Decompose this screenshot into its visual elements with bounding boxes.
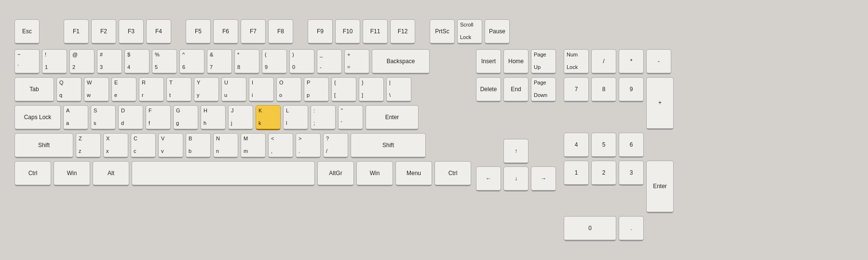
key-9[interactable]: ( 9 xyxy=(262,49,287,74)
key-f4[interactable]: F4 xyxy=(146,19,171,44)
key-num-plus[interactable]: + xyxy=(646,77,674,130)
key-f10[interactable]: F10 xyxy=(335,19,360,44)
key-f7[interactable]: F7 xyxy=(241,19,266,44)
key-i[interactable]: I i xyxy=(249,77,274,102)
key-quote[interactable]: " ' xyxy=(338,105,363,130)
key-f11[interactable]: F11 xyxy=(363,19,388,44)
key-menu[interactable]: Menu xyxy=(395,161,432,186)
key-pagedown[interactable]: Page Down xyxy=(531,77,556,102)
key-num-dot[interactable]: . xyxy=(619,216,644,241)
key-x[interactable]: X x xyxy=(103,133,128,158)
key-win-left[interactable]: Win xyxy=(54,161,90,186)
key-d[interactable]: D d xyxy=(118,105,143,130)
key-num-asterisk[interactable]: * xyxy=(619,49,644,74)
key-num-4[interactable]: 4 xyxy=(564,133,589,158)
key-insert[interactable]: Insert xyxy=(476,49,501,74)
key-backslash[interactable]: | \ xyxy=(386,77,411,102)
key-f8[interactable]: F8 xyxy=(268,19,293,44)
key-k[interactable]: K k xyxy=(256,105,281,130)
key-y[interactable]: Y y xyxy=(194,77,219,102)
key-ctrl-left[interactable]: Ctrl xyxy=(14,161,51,186)
key-home[interactable]: Home xyxy=(503,49,529,74)
key-s[interactable]: S s xyxy=(91,105,116,130)
key-backspace[interactable]: Backspace xyxy=(372,49,430,74)
key-b[interactable]: B b xyxy=(186,133,211,158)
key-space[interactable] xyxy=(132,161,315,186)
key-pageup[interactable]: Page Up xyxy=(531,49,556,74)
key-h[interactable]: H h xyxy=(201,105,226,130)
key-delete[interactable]: Delete xyxy=(476,77,501,102)
key-g[interactable]: G g xyxy=(173,105,198,130)
key-alt-left[interactable]: Alt xyxy=(93,161,129,186)
key-end[interactable]: End xyxy=(503,77,529,102)
key-f9[interactable]: F9 xyxy=(308,19,333,44)
key-n[interactable]: N n xyxy=(213,133,238,158)
key-u[interactable]: U u xyxy=(221,77,246,102)
key-0[interactable]: ) 0 xyxy=(289,49,314,74)
key-esc[interactable]: Esc xyxy=(14,19,40,44)
key-f[interactable]: F f xyxy=(146,105,171,130)
key-f12[interactable]: F12 xyxy=(390,19,415,44)
key-win-right[interactable]: Win xyxy=(356,161,393,186)
key-f3[interactable]: F3 xyxy=(119,19,144,44)
key-8[interactable]: * 8 xyxy=(234,49,259,74)
key-p[interactable]: P p xyxy=(304,77,329,102)
key-w[interactable]: W w xyxy=(84,77,109,102)
key-2[interactable]: @ 2 xyxy=(69,49,95,74)
key-6[interactable]: ^ 6 xyxy=(179,49,204,74)
key-num-1[interactable]: 1 xyxy=(564,161,589,186)
key-rbracket[interactable]: } ] xyxy=(359,77,384,102)
key-4[interactable]: $ 4 xyxy=(124,49,149,74)
key-f6[interactable]: F6 xyxy=(213,19,238,44)
key-numlock[interactable]: Num Lock xyxy=(564,49,589,74)
key-pause[interactable]: Pause xyxy=(485,19,510,44)
key-shift-right[interactable]: Shift xyxy=(351,133,426,158)
key-num-8[interactable]: 8 xyxy=(591,77,616,102)
key-left[interactable]: ← xyxy=(476,166,501,192)
key-j[interactable]: J j xyxy=(228,105,253,130)
key-f2[interactable]: F2 xyxy=(91,19,116,44)
key-z[interactable]: Z z xyxy=(76,133,101,158)
key-f5[interactable]: F5 xyxy=(186,19,211,44)
key-minus[interactable]: _ - xyxy=(317,49,342,74)
key-ctrl-right[interactable]: Ctrl xyxy=(434,161,471,186)
key-q[interactable]: Q q xyxy=(56,77,81,102)
key-num-6[interactable]: 6 xyxy=(619,133,644,158)
key-num-enter[interactable]: Enter xyxy=(646,161,674,213)
key-prtsc[interactable]: PrtSc xyxy=(430,19,455,44)
key-a[interactable]: A a xyxy=(63,105,88,130)
key-1[interactable]: ! 1 xyxy=(42,49,67,74)
key-r[interactable]: R r xyxy=(139,77,164,102)
key-num-5[interactable]: 5 xyxy=(591,133,616,158)
key-right[interactable]: → xyxy=(531,166,556,192)
key-tab[interactable]: Tab xyxy=(14,77,54,102)
key-lbracket[interactable]: { [ xyxy=(331,77,356,102)
key-f1[interactable]: F1 xyxy=(64,19,89,44)
key-o[interactable]: O o xyxy=(276,77,301,102)
key-c[interactable]: C c xyxy=(131,133,156,158)
key-num-3[interactable]: 3 xyxy=(619,161,644,186)
key-num-0[interactable]: 0 xyxy=(564,216,616,241)
key-shift-left[interactable]: Shift xyxy=(14,133,73,158)
key-enter[interactable]: Enter xyxy=(366,105,419,130)
key-num-9[interactable]: 9 xyxy=(619,77,644,102)
key-num-slash[interactable]: / xyxy=(591,49,616,74)
key-semicolon[interactable]: : ; xyxy=(311,105,336,130)
key-equal[interactable]: + = xyxy=(344,49,369,74)
key-comma[interactable]: < , xyxy=(268,133,293,158)
key-slash[interactable]: ? / xyxy=(323,133,348,158)
key-num-minus[interactable]: - xyxy=(646,49,671,74)
key-up[interactable]: ↑ xyxy=(503,139,529,164)
key-l[interactable]: L l xyxy=(283,105,308,130)
key-num-7[interactable]: 7 xyxy=(564,77,589,102)
key-7[interactable]: & 7 xyxy=(207,49,232,74)
key-e[interactable]: E e xyxy=(111,77,136,102)
key-period[interactable]: > . xyxy=(296,133,321,158)
key-3[interactable]: # 3 xyxy=(97,49,122,74)
key-tilde[interactable]: ~ ` xyxy=(14,49,40,74)
key-capslock[interactable]: Caps Lock xyxy=(14,105,61,130)
key-num-2[interactable]: 2 xyxy=(591,161,616,186)
key-scrolllock[interactable]: Scroll Lock xyxy=(457,19,482,44)
key-v[interactable]: V v xyxy=(158,133,183,158)
key-5[interactable]: % 5 xyxy=(152,49,177,74)
